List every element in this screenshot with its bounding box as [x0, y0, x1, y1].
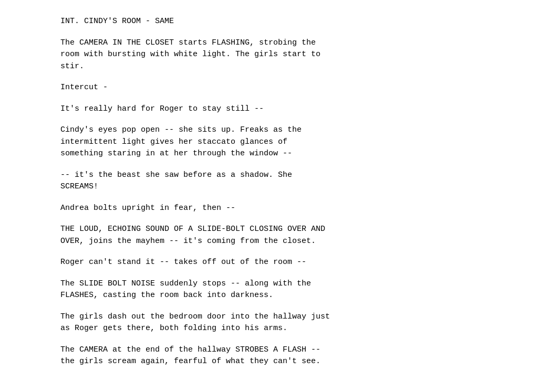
action-paragraph-8: Roger can't stand it -- takes off out of…	[60, 257, 478, 269]
action-paragraph-4: Cindy's eyes pop open -- she sits up. Fr…	[60, 124, 478, 160]
action-paragraph-11: The CAMERA at the end of the hallway STR…	[60, 344, 478, 368]
action-paragraph-3: It's really hard for Roger to stay still…	[60, 103, 478, 115]
action-paragraph-7: THE LOUD, ECHOING SOUND OF A SLIDE-BOLT …	[60, 224, 478, 247]
action-paragraph-9: The SLIDE BOLT NOISE suddenly stops -- a…	[60, 278, 478, 302]
action-paragraph-1: The CAMERA IN THE CLOSET starts FLASHING…	[60, 37, 478, 73]
script-content: INT. CINDY'S ROOM - SAME The CAMERA IN T…	[60, 16, 478, 368]
action-paragraph-6: Andrea bolts upright in fear, then --	[60, 203, 478, 215]
action-paragraph-2: Intercut -	[60, 82, 478, 94]
action-paragraph-10: The girls dash out the bedroom door into…	[60, 311, 478, 335]
script-page: INT. CINDY'S ROOM - SAME The CAMERA IN T…	[0, 0, 538, 392]
action-paragraph-5: -- it's the beast she saw before as a sh…	[60, 169, 478, 193]
scene-heading: INT. CINDY'S ROOM - SAME	[60, 16, 478, 28]
